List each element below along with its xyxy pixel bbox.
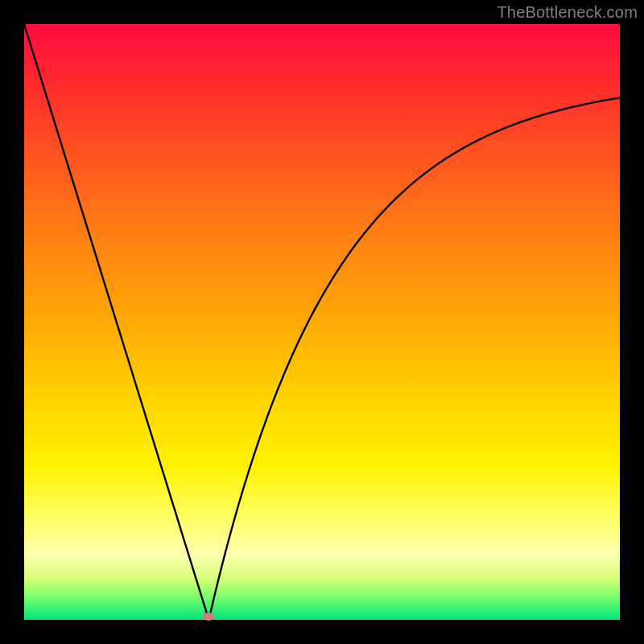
chart-frame: TheBottleneck.com bbox=[0, 0, 644, 644]
chart-plot-area bbox=[24, 24, 620, 620]
bottleneck-curve bbox=[24, 24, 620, 620]
minimum-marker bbox=[203, 613, 214, 621]
curve-svg bbox=[24, 24, 620, 620]
watermark-text: TheBottleneck.com bbox=[497, 3, 638, 22]
